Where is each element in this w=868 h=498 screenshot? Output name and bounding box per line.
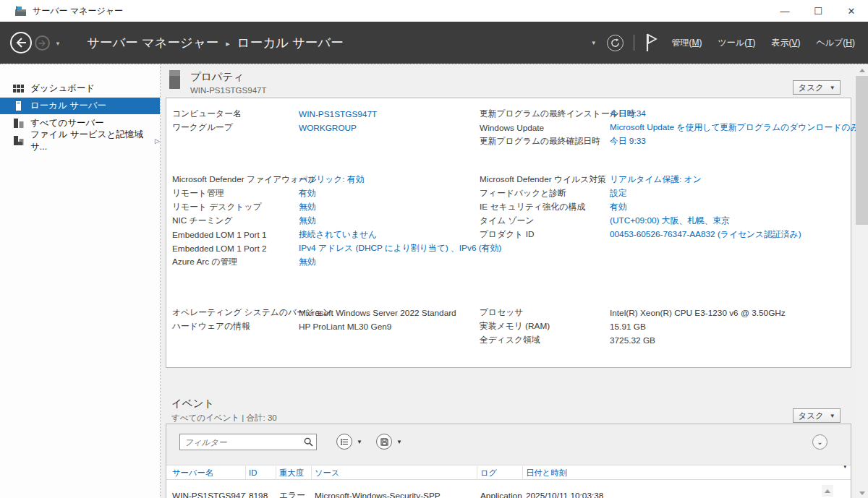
property-link[interactable]: 無効: [299, 257, 316, 268]
property-link[interactable]: 無効: [299, 215, 316, 227]
property-link[interactable]: 設定: [610, 188, 627, 199]
save-icon[interactable]: [376, 434, 392, 450]
breadcrumb-separator-icon: ▸: [226, 38, 230, 48]
events-panel: ▼ ▼ ⌄ サーバー名 ID: [166, 424, 851, 498]
properties-header: プロパティ WIN-PS1STGS947T: [169, 70, 266, 95]
column-header-severity[interactable]: 重大度: [276, 466, 312, 480]
property-link[interactable]: 00453-60526-76347-AA832 (ライセンス認証済み): [610, 229, 801, 241]
property-row: Microsoft Defender ファイアウォールパブリック: 有効: [172, 173, 476, 186]
column-header-source[interactable]: ソース: [312, 466, 477, 480]
property-row: Windows UpdateMicrosoft Update を使用して更新プロ…: [480, 121, 846, 134]
refresh-icon: [610, 38, 620, 48]
events-toolbar: ▼ ▼ ⌄: [166, 424, 851, 465]
event-table-row[interactable]: WIN-PS1STGS947T 8198 エラー Microsoft-Windo…: [166, 489, 851, 498]
breadcrumb-current: ローカル サーバー: [237, 34, 344, 51]
save-query-dropdown[interactable]: ▼: [376, 434, 402, 450]
events-table-header: サーバー名 ID 重大度 ソース ログ 日付と時刻 ▾: [166, 466, 851, 480]
refresh-button[interactable]: [607, 35, 624, 51]
property-link[interactable]: IPv4 アドレス (DHCP により割り当て) 、IPv6 (有効): [299, 243, 501, 254]
property-link[interactable]: 有効: [610, 202, 627, 213]
window-title: サーバー マネージャー: [33, 5, 123, 17]
menu-tools[interactable]: ツール(T): [715, 34, 759, 52]
property-row: Embedded LOM 1 Port 2IPv4 アドレス (DHCP により…: [172, 241, 476, 255]
column-header-id[interactable]: ID: [246, 466, 276, 480]
forward-button[interactable]: [35, 35, 50, 51]
notifications-flag-icon[interactable]: [644, 33, 659, 52]
property-link[interactable]: WIN-PS1STGS947T: [299, 109, 377, 119]
vertical-scrollbar[interactable]: [856, 64, 868, 498]
breadcrumb-root[interactable]: サーバー マネージャー: [87, 34, 218, 51]
property-link[interactable]: 有効: [299, 188, 316, 199]
events-title: イベント: [171, 397, 277, 411]
property-row: 更新プログラムの最終インストール日時今日 9:34: [480, 107, 846, 121]
properties-panel: コンピューター名WIN-PS1STGS947T ワークグループWORKGROUP…: [166, 98, 851, 368]
property-link[interactable]: 今日 9:33: [610, 136, 646, 147]
property-row: リモート デスクトップ無効: [172, 200, 476, 214]
property-link[interactable]: 今日 9:34: [610, 108, 646, 120]
back-button[interactable]: [10, 32, 32, 53]
properties-tasks-button[interactable]: タスク ▼: [793, 80, 841, 95]
sidebar-item-local-server[interactable]: ローカル サーバー: [0, 98, 160, 114]
history-dropdown-caret[interactable]: ▼: [55, 40, 61, 47]
property-value: 15.91 GB: [610, 322, 646, 332]
close-button[interactable]: ✕: [835, 0, 868, 22]
search-icon[interactable]: [300, 437, 316, 447]
sidebar-item-dashboard[interactable]: ダッシュボード: [0, 80, 160, 97]
property-link[interactable]: Microsoft Update を使用して更新プログラムのダウンロードのみを行…: [610, 122, 868, 134]
sidebar-item-label: ファイル サービスと記憶域サ...: [30, 129, 145, 153]
events-table: サーバー名 ID 重大度 ソース ログ 日付と時刻 ▾ WIN-PS1STGS9…: [166, 466, 851, 498]
collapse-section-button[interactable]: ⌄: [812, 434, 827, 450]
title-bar: サーバー マネージャー — ☐ ✕: [0, 0, 868, 22]
property-link[interactable]: WORKGROUP: [299, 123, 357, 133]
menu-help[interactable]: ヘルプ(H): [813, 34, 858, 52]
property-link[interactable]: 接続されていません: [299, 229, 377, 241]
dashboard-icon: [13, 83, 24, 94]
sort-indicator-icon: ▾: [843, 464, 846, 470]
scrollbar-thumb[interactable]: [856, 76, 868, 225]
properties-title: プロパティ: [190, 70, 266, 84]
notifications-dropdown-caret[interactable]: ▼: [591, 40, 597, 46]
sidebar: ダッシュボード ローカル サーバー すべてのサーバー ファイル サービスと記憶域…: [0, 64, 161, 498]
events-tasks-button[interactable]: タスク ▼: [793, 408, 841, 423]
all-servers-icon: [13, 118, 24, 129]
events-header: イベント すべてのイベント | 合計: 30: [171, 397, 277, 424]
tasks-caret-icon: ▼: [830, 413, 835, 419]
menu-manage[interactable]: 管理(M): [669, 34, 705, 52]
events-scroll-up-button[interactable]: [822, 485, 833, 497]
property-link[interactable]: リアルタイム保護: オン: [610, 174, 702, 186]
navigation-bar: ▼ サーバー マネージャー ▸ ローカル サーバー ▼ 管理(M) ツール(T)…: [0, 22, 868, 64]
property-value: Microsoft Windows Server 2022 Standard: [299, 308, 456, 318]
column-header-datetime[interactable]: 日付と時刻 ▾: [523, 466, 851, 480]
property-row: オペレーティング システムのバージョンMicrosoft Windows Ser…: [172, 306, 476, 319]
property-link[interactable]: 無効: [299, 202, 316, 213]
filter-input[interactable]: [180, 438, 300, 447]
caret-down-icon: ▼: [357, 439, 362, 445]
breadcrumb: サーバー マネージャー ▸ ローカル サーバー: [87, 34, 344, 51]
property-row: NIC チーミング無効: [172, 214, 476, 228]
column-header-server-name[interactable]: サーバー名: [166, 466, 246, 480]
property-row: フィードバックと診断設定: [480, 186, 846, 200]
caret-down-icon: ▼: [396, 439, 402, 445]
property-link[interactable]: (UTC+09:00) 大阪、札幌、東京: [610, 215, 730, 227]
properties-server-name: WIN-PS1STGS947T: [190, 86, 266, 95]
property-row: IE セキュリティ強化の構成有効: [480, 200, 846, 214]
property-link[interactable]: パブリック: 有効: [299, 174, 365, 186]
property-row: リモート管理有効: [172, 186, 476, 200]
property-row: プロセッサIntel(R) Xeon(R) CPU E3-1230 v6 @ 3…: [480, 306, 846, 319]
filter-criteria-dropdown[interactable]: ▼: [336, 434, 362, 450]
property-value: HP ProLiant ML30 Gen9: [299, 322, 391, 332]
sidebar-item-label: ローカル サーバー: [30, 100, 106, 112]
column-header-log[interactable]: ログ: [477, 466, 523, 480]
maximize-button[interactable]: ☐: [801, 0, 835, 22]
forward-arrow-icon: [38, 40, 46, 47]
minimize-button[interactable]: —: [768, 0, 801, 22]
property-row: 更新プログラムの最終確認日時今日 9:33: [480, 134, 846, 148]
server-manager-app-icon: [14, 6, 27, 17]
expand-arrow-icon[interactable]: ▷: [155, 137, 160, 145]
list-criteria-icon[interactable]: [336, 434, 352, 450]
scrollbar-up-button[interactable]: [856, 64, 868, 76]
sidebar-item-label: ダッシュボード: [30, 82, 95, 95]
scrollbar-down-button[interactable]: [856, 487, 868, 498]
sidebar-item-file-storage-services[interactable]: ファイル サービスと記憶域サ... ▷: [0, 132, 160, 149]
menu-view[interactable]: 表示(V): [768, 34, 803, 52]
